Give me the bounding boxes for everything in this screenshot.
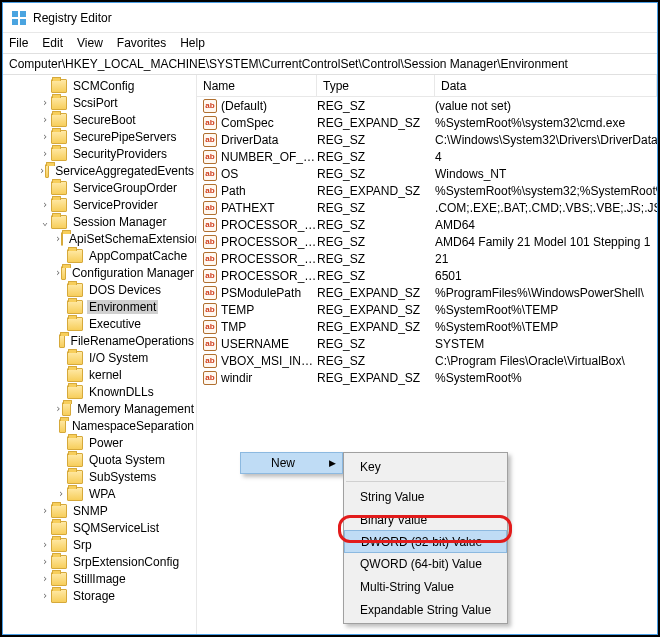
ctx-new[interactable]: New ▶ xyxy=(240,452,343,474)
value-row[interactable]: abTMPREG_EXPAND_SZ%SystemRoot%\TEMP xyxy=(197,318,657,335)
value-row[interactable]: abTEMPREG_EXPAND_SZ%SystemRoot%\TEMP xyxy=(197,301,657,318)
separator xyxy=(346,481,505,482)
tree-item[interactable]: KnownDLLs xyxy=(3,383,196,400)
twisty-icon[interactable]: › xyxy=(39,557,51,567)
tree-item[interactable]: SQMServiceList xyxy=(3,519,196,536)
ctx-expand[interactable]: Expandable String Value xyxy=(344,598,507,621)
tree-item[interactable]: ›SNMP xyxy=(3,502,196,519)
tree-item[interactable]: ›StillImage xyxy=(3,570,196,587)
tree-item[interactable]: ›SecurePipeServers xyxy=(3,128,196,145)
twisty-icon[interactable]: › xyxy=(39,540,51,550)
value-row[interactable]: abPSModulePathREG_EXPAND_SZ%ProgramFiles… xyxy=(197,284,657,301)
twisty-icon[interactable]: › xyxy=(39,132,51,142)
tree-item[interactable]: ›Storage xyxy=(3,587,196,604)
tree-item[interactable]: SCMConfig xyxy=(3,77,196,94)
twisty-icon[interactable]: › xyxy=(55,489,67,499)
tree-item[interactable]: Power xyxy=(3,434,196,451)
tree-item[interactable]: SubSystems xyxy=(3,468,196,485)
ctx-string[interactable]: String Value xyxy=(344,485,507,508)
tree-item[interactable]: NamespaceSeparation xyxy=(3,417,196,434)
value-row[interactable]: abNUMBER_OF_PR...REG_SZ4 xyxy=(197,148,657,165)
tree-item[interactable]: ›ApiSetSchemaExtensions xyxy=(3,230,196,247)
folder-icon xyxy=(51,521,67,535)
string-value-icon: ab xyxy=(203,184,217,198)
ctx-qword[interactable]: QWORD (64-bit) Value xyxy=(344,552,507,575)
value-row[interactable]: abPROCESSOR_RE...REG_SZ6501 xyxy=(197,267,657,284)
menu-favorites[interactable]: Favorites xyxy=(117,36,166,50)
tree-item[interactable]: ›ScsiPort xyxy=(3,94,196,111)
string-value-icon: ab xyxy=(203,201,217,215)
twisty-icon[interactable]: › xyxy=(55,404,62,414)
col-type[interactable]: Type xyxy=(317,75,435,96)
value-data: C:\Windows\System32\Drivers\DriverData xyxy=(435,133,657,147)
tree-item[interactable]: AppCompatCache xyxy=(3,247,196,264)
tree-item[interactable]: I/O System xyxy=(3,349,196,366)
tree-label: SecureBoot xyxy=(71,113,138,127)
value-row[interactable]: abComSpecREG_EXPAND_SZ%SystemRoot%\syste… xyxy=(197,114,657,131)
ctx-new-label: New xyxy=(271,456,295,470)
list-body[interactable]: ab(Default)REG_SZ(value not set)abComSpe… xyxy=(197,97,657,386)
tree-item[interactable]: ›SecureBoot xyxy=(3,111,196,128)
value-row[interactable]: abPATHEXTREG_SZ.COM;.EXE;.BAT;.CMD;.VBS;… xyxy=(197,199,657,216)
tree-item[interactable]: ⌄Session Manager xyxy=(3,213,196,230)
tree-item[interactable]: ›Srp xyxy=(3,536,196,553)
tree-item[interactable]: Executive xyxy=(3,315,196,332)
value-row[interactable]: abwindirREG_EXPAND_SZ%SystemRoot% xyxy=(197,369,657,386)
twisty-icon[interactable]: › xyxy=(39,149,51,159)
value-name: TEMP xyxy=(221,303,317,317)
value-row[interactable]: ab(Default)REG_SZ(value not set) xyxy=(197,97,657,114)
ctx-dword[interactable]: DWORD (32-bit) Value xyxy=(344,530,507,553)
col-data[interactable]: Data xyxy=(435,75,657,96)
twisty-icon[interactable]: ⌄ xyxy=(39,217,51,227)
twisty-icon[interactable]: › xyxy=(39,200,51,210)
value-type: REG_SZ xyxy=(317,269,435,283)
twisty-icon[interactable]: › xyxy=(39,574,51,584)
tree-item[interactable]: ›Memory Management xyxy=(3,400,196,417)
tree-item[interactable]: ›Configuration Manager xyxy=(3,264,196,281)
folder-icon xyxy=(67,368,83,382)
tree-item[interactable]: Quota System xyxy=(3,451,196,468)
menu-help[interactable]: Help xyxy=(180,36,205,50)
tree-label: SecurityProviders xyxy=(71,147,169,161)
twisty-icon[interactable]: › xyxy=(39,591,51,601)
menu-view[interactable]: View xyxy=(77,36,103,50)
tree-item[interactable]: DOS Devices xyxy=(3,281,196,298)
twisty-icon[interactable]: › xyxy=(39,98,51,108)
menu-file[interactable]: File xyxy=(9,36,28,50)
tree-item[interactable]: ›ServiceProvider xyxy=(3,196,196,213)
folder-icon xyxy=(59,334,65,348)
twisty-icon[interactable]: › xyxy=(39,115,51,125)
value-row[interactable]: abPROCESSOR_AR...REG_SZAMD64 xyxy=(197,216,657,233)
tree-item[interactable]: ›SecurityProviders xyxy=(3,145,196,162)
folder-icon xyxy=(67,249,83,263)
tree-item[interactable]: ›SrpExtensionConfig xyxy=(3,553,196,570)
value-row[interactable]: abPathREG_EXPAND_SZ%SystemRoot%\system32… xyxy=(197,182,657,199)
value-name: windir xyxy=(221,371,317,385)
value-row[interactable]: abUSERNAMEREG_SZSYSTEM xyxy=(197,335,657,352)
tree-item[interactable]: Environment xyxy=(3,298,196,315)
tree-item[interactable]: kernel xyxy=(3,366,196,383)
twisty-icon[interactable]: › xyxy=(39,506,51,516)
col-name[interactable]: Name xyxy=(197,75,317,96)
value-data: AMD64 Family 21 Model 101 Stepping 1 xyxy=(435,235,657,249)
tree-item[interactable]: ›WPA xyxy=(3,485,196,502)
value-row[interactable]: abPROCESSOR_LE...REG_SZ21 xyxy=(197,250,657,267)
value-row[interactable]: abPROCESSOR_IDE...REG_SZAMD64 Family 21 … xyxy=(197,233,657,250)
string-value-icon: ab xyxy=(203,133,217,147)
tree-item[interactable]: ›ServiceAggregatedEvents xyxy=(3,162,196,179)
ctx-binary[interactable]: Binary Value xyxy=(344,508,507,531)
value-row[interactable]: abVBOX_MSI_INST...REG_SZC:\Program Files… xyxy=(197,352,657,369)
ctx-multi[interactable]: Multi-String Value xyxy=(344,575,507,598)
value-row[interactable]: abOSREG_SZWindows_NT xyxy=(197,165,657,182)
tree-pane[interactable]: SCMConfig›ScsiPort›SecureBoot›SecurePipe… xyxy=(3,75,197,634)
tree-label: Storage xyxy=(71,589,117,603)
titlebar[interactable]: Registry Editor xyxy=(3,3,657,33)
address-bar[interactable]: Computer\HKEY_LOCAL_MACHINE\SYSTEM\Curre… xyxy=(3,53,657,75)
tree-item[interactable]: ServiceGroupOrder xyxy=(3,179,196,196)
value-name: OS xyxy=(221,167,317,181)
ctx-key[interactable]: Key xyxy=(344,455,507,478)
menu-edit[interactable]: Edit xyxy=(42,36,63,50)
value-type: REG_SZ xyxy=(317,354,435,368)
tree-item[interactable]: FileRenameOperations xyxy=(3,332,196,349)
value-row[interactable]: abDriverDataREG_SZC:\Windows\System32\Dr… xyxy=(197,131,657,148)
